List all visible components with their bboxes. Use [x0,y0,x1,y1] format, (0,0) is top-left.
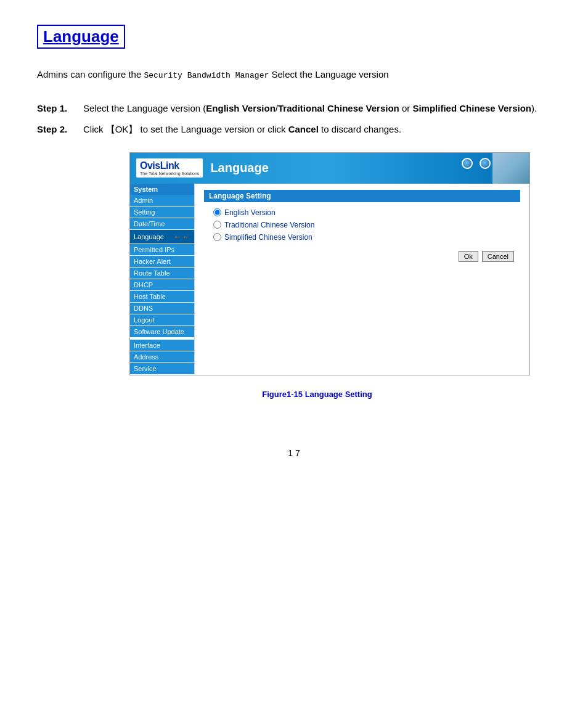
language-setting-header: Language Setting [204,190,520,202]
sidebar-item-hacker-alert[interactable]: Hacker Alert [130,256,194,267]
figure-caption: Figure1-15 Language Setting [83,390,551,399]
step-1-label: Step 1. [37,101,83,116]
sidebar-item-service[interactable]: Service [130,363,194,374]
radio-traditional-input[interactable] [213,221,221,229]
globe-icon-1 [462,158,473,169]
sidebar-item-datetime[interactable]: Date/Time [130,218,194,229]
header-title: Language [210,161,268,175]
logo-bottom-text: The Total Networking Solutions [140,171,199,176]
arrow-indicator: ←← [173,232,190,242]
intro-code: Security Bandwidth Manager [144,71,269,80]
intro-text-after: Select the Language version [269,69,388,80]
radio-english[interactable]: English Version [213,208,520,217]
ovislink-header: OvisLink The Total Networking Solutions … [130,153,529,184]
step-1: Step 1. Select the Language version (Eng… [37,101,551,116]
main-panel: Language Setting English Version Traditi… [195,184,529,375]
logo-top-text: OvisLink [140,160,199,171]
ok-button[interactable]: Ok [459,251,478,262]
buttons-row: Ok Cancel [204,251,520,262]
sidebar-item-setting[interactable]: Setting [130,207,194,218]
sidebar-item-route-table[interactable]: Route Table [130,268,194,279]
sidebar-item-logout[interactable]: Logout [130,314,194,325]
sidebar-item-interface[interactable]: Interface [130,340,194,351]
sidebar-item-admin[interactable]: Admin [130,195,194,206]
sidebar-item-language[interactable]: Language ←← [130,230,194,243]
page-number: 1 7 [37,448,551,458]
step-2-label: Step 2. [37,122,83,137]
sidebar-section-system: System [130,184,194,195]
radio-simplified[interactable]: Simplified Chinese Version [213,233,520,242]
radio-traditional-label: Traditional Chinese Version [224,221,314,229]
steps-container: Step 1. Select the Language version (Eng… [37,101,551,399]
step-1-content: Select the Language version (English Ver… [83,101,537,116]
screenshot-container: OvisLink The Total Networking Solutions … [129,152,530,375]
sidebar-item-address[interactable]: Address [130,351,194,362]
cancel-button[interactable]: Cancel [482,251,514,262]
ovislink-logo: OvisLink The Total Networking Solutions [136,158,203,178]
intro-paragraph: Admins can configure the Security Bandwi… [37,67,551,83]
header-icons [462,158,492,169]
step-2-content: Click 【OK】 to set the Language version o… [83,122,401,137]
radio-english-input[interactable] [213,208,221,216]
page-title: Language [37,25,125,49]
sidebar-item-software-update[interactable]: Software Update [130,326,194,337]
radio-traditional[interactable]: Traditional Chinese Version [213,221,520,229]
globe-icon-2 [480,158,491,169]
sidebar-item-permitted-ips[interactable]: Permitted IPs [130,244,194,255]
sidebar: System Admin Setting Date/Time Language … [130,184,195,375]
radio-english-label: English Version [224,208,276,217]
radio-simplified-input[interactable] [213,233,221,241]
radio-simplified-label: Simplified Chinese Version [224,233,312,242]
intro-text-before: Admins can configure the [37,69,144,80]
sidebar-item-ddns[interactable]: DDNS [130,303,194,314]
sidebar-item-host-table[interactable]: Host Table [130,291,194,302]
radio-group: English Version Traditional Chinese Vers… [213,208,520,242]
sidebar-item-dhcp[interactable]: DHCP [130,279,194,290]
screenshot-body: System Admin Setting Date/Time Language … [130,184,529,375]
step-2: Step 2. Click 【OK】 to set the Language v… [37,122,551,137]
header-photo [492,153,529,184]
